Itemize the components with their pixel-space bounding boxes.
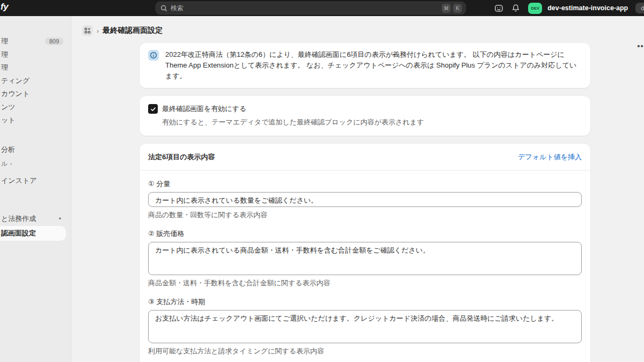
divider <box>140 170 590 171</box>
notifications-bell-icon[interactable] <box>511 3 521 13</box>
sidebar-item-label: インストア <box>1 176 37 186</box>
main-content: › 最終確認画面設定 ••• 2022年改正特商法（第12条の6）により、最終確… <box>71 16 644 362</box>
sidebar-item-label: 認画面設定 <box>0 226 71 241</box>
sidebar-item-app[interactable]: と法務作成 • <box>0 212 71 226</box>
quantity-input[interactable]: カート内に表示されている数量をご確認ください。 <box>148 192 582 207</box>
app-name-label[interactable]: dev-estimate-invoice-app <box>547 4 628 12</box>
sidebar-section-label: ル <box>1 160 8 168</box>
sidebar-item-label: ティング <box>1 76 30 86</box>
banner-text: 2022年改正特商法（第12条の6）により、最終確認画面に6項目の表示が義務付け… <box>165 49 582 82</box>
store-switcher-pill[interactable]: dev <box>635 3 644 13</box>
breadcrumb-chevron-icon: › <box>97 27 99 35</box>
sidebar-item-analytics[interactable]: 分析 <box>0 143 71 157</box>
sidebar-item-label: ット <box>1 115 16 125</box>
sidebar-item-markets[interactable]: ット <box>0 114 71 127</box>
app-breadcrumb-icon[interactable] <box>82 25 93 36</box>
sidebar-item-label: 理 <box>1 50 8 60</box>
shopify-admin-page: fy 検索 ⌘ K <box>0 0 644 362</box>
command-key: ⌘ <box>442 4 451 13</box>
top-bar: fy 検索 ⌘ K <box>0 0 644 16</box>
shopify-logo[interactable]: fy <box>1 2 8 12</box>
enable-card: 最終確認画面を有効にする 有効にすると、テーマエディタで追加した最終確認ブロック… <box>140 96 590 136</box>
field-price: ② 販売価格 カート内に表示されている商品金額・送料・手数料を含む合計金額をご確… <box>148 229 582 288</box>
sidebar-item-discounts[interactable]: カウント <box>0 87 71 101</box>
sidebar-item-label: カウント <box>1 89 30 99</box>
field-quantity: ① 分量 カート内に表示されている数量をご確認ください。 商品の数量・回数等に関… <box>148 179 582 220</box>
field-label: ② 販売価格 <box>148 229 582 239</box>
page-header: › 最終確認画面設定 <box>71 16 644 36</box>
page-title: 最終確認画面設定 <box>103 26 163 35</box>
sidebar-item-online-store[interactable]: インストア <box>0 174 71 188</box>
sidebar-item-label: 分析 <box>1 145 15 154</box>
form-card-title: 法定6項目の表示内容 <box>148 152 215 162</box>
sidebar-item-marketing[interactable]: ティング <box>0 75 71 88</box>
overflow-menu-button[interactable]: ••• <box>637 41 644 50</box>
sidebar-item-label: と法務作成 <box>1 214 36 224</box>
field-help-text: 商品の数量・回数等に関する表示内容 <box>148 210 582 220</box>
store-avatar[interactable]: DEV <box>528 3 542 14</box>
chevron-right-icon: › <box>10 160 12 167</box>
search-input[interactable]: 検索 ⌘ K <box>156 2 466 14</box>
search-placeholder: 検索 <box>171 4 440 13</box>
sidebar-item-orders[interactable]: 理 809 <box>0 35 71 48</box>
enable-help-text: 有効にすると、テーマエディタで追加した最終確認ブロックに内容が表示されます <box>162 117 582 127</box>
sidebar-item-customers[interactable]: 理 <box>0 61 71 75</box>
field-help-text: 利用可能な支払方法と請求タイミングに関する表示内容 <box>148 346 582 356</box>
sidebar-item-label: 理 <box>1 63 8 72</box>
orders-count-badge: 809 <box>45 38 63 45</box>
sidebar-item-products[interactable]: 理 <box>0 48 71 62</box>
search-icon <box>160 5 167 12</box>
payment-input[interactable]: お支払い方法はチェックアウト画面にてご選択いただけます。クレジットカード決済の場… <box>148 310 582 343</box>
sidebar-item-label: ンツ <box>1 102 16 112</box>
sidekick-icon[interactable] <box>494 3 503 13</box>
legal-items-form-card: 法定6項目の表示内容 デフォルト値を挿入 ① 分量 カート内に表示されている数量… <box>140 144 590 362</box>
sidebar-item-label: 理 <box>1 36 8 46</box>
enable-checkbox-label[interactable]: 最終確認画面を有効にする <box>162 104 246 114</box>
field-label: ③ 支払方法・時期 <box>148 297 582 307</box>
sidebar-section-sales-channels[interactable]: ル › <box>0 159 71 168</box>
insert-defaults-link[interactable]: デフォルト値を挿入 <box>518 152 582 162</box>
enable-confirmation-checkbox[interactable] <box>148 104 158 114</box>
notification-dot: • <box>58 215 61 223</box>
field-label: ① 分量 <box>148 179 582 189</box>
field-payment: ③ 支払方法・時期 お支払い方法はチェックアウト画面にてご選択いただけます。クレ… <box>148 297 582 356</box>
k-key: K <box>453 4 462 13</box>
sidebar-item-confirmation-settings[interactable]: 認画面設定 <box>0 226 71 241</box>
sidebar-item-content[interactable]: ンツ <box>0 101 71 114</box>
price-input[interactable]: カート内に表示されている商品金額・送料・手数料を含む合計金額をご確認ください。 <box>148 242 582 275</box>
info-icon <box>148 50 159 61</box>
field-help-text: 商品金額・送料・手数料を含む合計金額に関する表示内容 <box>148 278 582 288</box>
sidebar-nav: 理 809 理 理 ティング カウント ンツ <box>0 16 71 362</box>
legal-info-banner: 2022年改正特商法（第12条の6）により、最終確認画面に6項目の表示が義務付け… <box>140 43 590 88</box>
